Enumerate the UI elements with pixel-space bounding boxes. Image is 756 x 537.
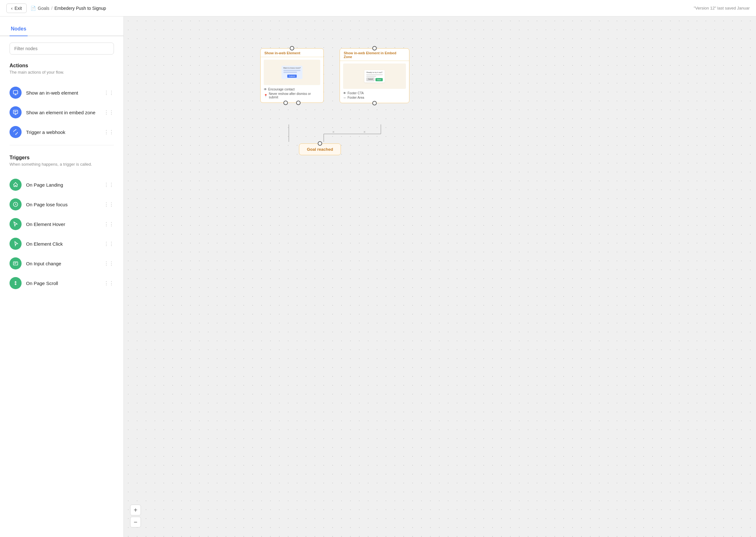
zoom-controls: + − (130, 505, 141, 527)
topbar-left: ‹ Exit 📄 Goals / Embedery Push to Signup (6, 4, 106, 13)
actions-title: Actions (10, 63, 114, 68)
trigger-item-left: On Page lose focus (10, 198, 67, 210)
tab-nodes[interactable]: Nodes (10, 23, 27, 36)
trigger-icon-page-scroll (10, 277, 21, 289)
breadcrumb-current: Embedery Push to Signup (54, 6, 106, 11)
embed-icon: ↔ (343, 96, 346, 99)
breadcrumb: 📄 Goals / Embedery Push to Signup (30, 6, 106, 11)
connector-web-bottom-left[interactable] (283, 101, 288, 105)
flow-node-web-body: Want to know more? Submit 👁 Encourage co… (261, 57, 323, 103)
canvas[interactable]: × × Show in-web Element Want to know mor… (124, 17, 756, 537)
trigger-icon-page-landing (10, 179, 21, 191)
trigger-icon-page-lose-focus (10, 198, 21, 210)
trigger-item-input-change[interactable]: On Input change ⋮⋮ (0, 254, 123, 273)
svg-text:×: × (332, 130, 335, 134)
file-icon: 📄 (30, 6, 36, 11)
flow-node-web-meta2: 📍 Never reshow after dismiss or submit (264, 92, 320, 99)
drag-handle-page-scroll[interactable]: ⋮⋮ (104, 280, 114, 286)
chevron-left-icon: ‹ (11, 6, 13, 11)
action-icon-show-web (10, 87, 21, 99)
action-label-show-web: Show an in-web element (26, 90, 78, 96)
canvas-connections: × × (124, 17, 756, 537)
trigger-item-page-scroll[interactable]: On Page Scroll ⋮⋮ (0, 273, 123, 293)
sidebar: Nodes Actions The main actions of your f… (0, 17, 124, 537)
filter-input-wrap (0, 43, 123, 60)
connector-goal-top[interactable] (318, 141, 322, 146)
zoom-out-button[interactable]: − (130, 517, 141, 527)
triggers-sub: When something happens, a trigger is cal… (10, 162, 114, 167)
main-layout: Nodes Actions The main actions of your f… (0, 17, 756, 537)
exit-label: Exit (15, 6, 22, 11)
flow-node-embed[interactable]: Show in-web Element in Embed Zone Ready … (340, 48, 409, 103)
svg-rect-0 (13, 91, 18, 94)
trigger-label-input-change: On Input change (26, 261, 61, 266)
connector-web-top[interactable] (290, 46, 294, 51)
connector-embed-top[interactable] (372, 46, 377, 51)
trigger-item-page-lose-focus[interactable]: On Page lose focus ⋮⋮ (0, 194, 123, 214)
breadcrumb-root[interactable]: Goals (38, 6, 50, 11)
sidebar-divider (10, 145, 114, 145)
filter-input[interactable] (10, 43, 114, 55)
flow-node-web-meta1: 👁 Encourage contact (264, 88, 320, 91)
trigger-label-element-click: On Element Click (26, 241, 63, 247)
actions-sub: The main actions of your flow. (10, 70, 114, 75)
trigger-label-page-landing: On Page Landing (26, 182, 63, 187)
action-label-show-embed: Show an element in embed zone (26, 110, 95, 115)
drag-handle-show-web[interactable]: ⋮⋮ (104, 90, 114, 96)
trigger-item-left: On Element Hover (10, 218, 65, 230)
trigger-item-left: On Page Landing (10, 179, 63, 191)
flow-node-embed-meta2: ↔ Footer Area (343, 96, 406, 99)
flow-node-embed-thumb: Ready to try it out? Cancel Start (343, 63, 406, 89)
trigger-label-element-hover: On Element Hover (26, 222, 65, 227)
connector-web-bottom-right[interactable] (296, 101, 301, 105)
flow-node-embed-meta1: 👁 Footer CTA (343, 91, 406, 95)
trigger-label-page-scroll: On Page Scroll (26, 280, 58, 286)
sidebar-tabs: Nodes (0, 23, 123, 36)
action-item-left: Show an element in embed zone (10, 106, 95, 118)
goal-node[interactable]: Goal reached (299, 144, 341, 155)
drag-handle-page-landing[interactable]: ⋮⋮ (104, 182, 114, 188)
action-item-left: Trigger a webhook (10, 126, 65, 138)
drag-handle-webhook[interactable]: ⋮⋮ (104, 129, 114, 135)
trigger-item-element-click[interactable]: On Element Click ⋮⋮ (0, 234, 123, 254)
action-item-show-embed[interactable]: Show an element in embed zone ⋮⋮ (0, 103, 123, 122)
trigger-icon-element-hover (10, 218, 21, 230)
action-label-webhook: Trigger a webhook (26, 130, 65, 135)
breadcrumb-separator: / (51, 6, 53, 11)
drag-handle-element-click[interactable]: ⋮⋮ (104, 241, 114, 247)
zoom-in-button[interactable]: + (130, 505, 141, 516)
flow-node-web[interactable]: Show in-web Element Want to know more? S… (260, 48, 324, 103)
eye-icon: 👁 (264, 88, 267, 91)
svg-text:×: × (363, 130, 366, 134)
goal-label: Goal reached (307, 147, 333, 152)
trigger-icon-element-click (10, 238, 21, 250)
action-item-show-web[interactable]: Show an in-web element ⋮⋮ (0, 83, 123, 103)
version-info: "Version 12" last saved Januar (694, 6, 750, 11)
action-item-left: Show an in-web element (10, 87, 78, 99)
trigger-label-page-lose-focus: On Page lose focus (26, 202, 67, 207)
drag-handle-element-hover[interactable]: ⋮⋮ (104, 221, 114, 227)
action-icon-show-embed (10, 106, 21, 118)
trigger-item-left: On Page Scroll (10, 277, 58, 289)
eye-icon2: 👁 (343, 91, 346, 95)
drag-handle-show-embed[interactable]: ⋮⋮ (104, 109, 114, 115)
pin-icon: 📍 (264, 94, 268, 98)
action-item-webhook[interactable]: Trigger a webhook ⋮⋮ (0, 122, 123, 142)
topbar: ‹ Exit 📄 Goals / Embedery Push to Signup… (0, 0, 756, 17)
flow-node-web-thumb: Want to know more? Submit (264, 60, 320, 85)
trigger-item-page-landing[interactable]: On Page Landing ⋮⋮ (0, 175, 123, 194)
triggers-section: Triggers When something happens, a trigg… (0, 152, 123, 175)
trigger-item-left: On Input change (10, 257, 61, 269)
trigger-item-element-hover[interactable]: On Element Hover ⋮⋮ (0, 214, 123, 234)
exit-button[interactable]: ‹ Exit (6, 4, 27, 13)
drag-handle-page-lose-focus[interactable]: ⋮⋮ (104, 201, 114, 208)
flow-node-embed-body: Ready to try it out? Cancel Start 👁 Foot… (340, 61, 409, 103)
actions-section: Actions The main actions of your flow. (0, 60, 123, 83)
action-icon-webhook (10, 126, 21, 138)
trigger-item-left: On Element Click (10, 238, 63, 250)
connector-embed-bottom[interactable] (372, 101, 377, 105)
triggers-title: Triggers (10, 155, 114, 161)
drag-handle-input-change[interactable]: ⋮⋮ (104, 261, 114, 267)
trigger-icon-input-change (10, 257, 21, 269)
